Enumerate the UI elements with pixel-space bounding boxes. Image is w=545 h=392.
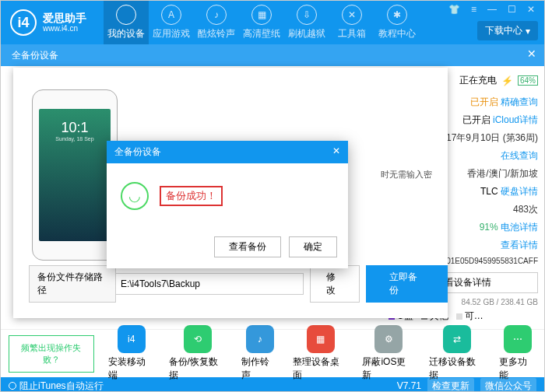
battery-detail-link[interactable]: 电池详情 [501, 222, 538, 233]
tab-bar: 全备份设备 ✕ [1, 44, 544, 66]
block-itunes-label[interactable]: 阻止iTunes自动运行 [19, 380, 104, 393]
success-message: 备份成功！ [160, 186, 223, 206]
disk-detail-link[interactable]: 硬盘详情 [501, 186, 538, 197]
nav-tools[interactable]: ✕工具箱 [329, 1, 374, 44]
phone-mockup: 10:1 Sunday, 18 Sep [32, 89, 118, 261]
radio-icon[interactable] [9, 382, 16, 390]
tab-close-icon[interactable]: ✕ [527, 47, 536, 60]
app-logo: i4 爱思助手 www.i4.cn [1, 9, 96, 36]
serial-link[interactable]: 查看详情 [501, 239, 538, 252]
action-backup-restore[interactable]: ⟲备份/恢复数据 [169, 325, 227, 382]
download-center-button[interactable]: 下载中心▾ [477, 21, 538, 40]
nav-apps[interactable]: A应用游戏 [149, 1, 194, 44]
battery-percent: 64% [518, 75, 538, 86]
tab-title: 全备份设备 [12, 49, 58, 62]
bell-icon: ♪ [206, 5, 227, 25]
tools-icon: ✕ [342, 5, 362, 25]
block-icon: ⚙ [374, 325, 403, 353]
warranty-link[interactable]: 在线查询 [501, 149, 538, 163]
app-url: www.i4.cn [43, 24, 86, 33]
ringtone-icon: ♪ [246, 325, 274, 353]
backup-icon: ⟲ [184, 325, 212, 353]
close-icon[interactable]: ✕ [524, 4, 538, 15]
dialog-close-icon[interactable]: ✕ [332, 145, 340, 159]
exact-query-link[interactable]: 精确查询 [501, 96, 538, 107]
migrate-icon: ⇄ [443, 325, 471, 353]
book-icon: ✱ [387, 5, 407, 25]
path-input[interactable]: E:\i4Tools7\Backup [116, 273, 304, 295]
chevron-down-icon: ▾ [526, 26, 530, 37]
view-backup-button[interactable]: 查看备份 [214, 236, 281, 257]
main-nav: 我的设备 A应用游戏 ♪酷炫铃声 ▦高清壁纸 ⇩刷机越狱 ✕工具箱 ✱教程中心 [104, 1, 420, 44]
install-icon: i4 [118, 325, 146, 353]
backup-now-button[interactable]: 立即备份 [366, 265, 448, 303]
smile-icon: ◡ [121, 182, 149, 210]
download-icon: ⇩ [297, 5, 317, 25]
fail-help-button[interactable]: 频繁出现操作失败？ [9, 335, 94, 373]
action-install-mobile[interactable]: i4安装移动端 [108, 325, 155, 382]
action-migrate[interactable]: ⇄迁移设备数据 [429, 325, 485, 382]
phone-date: Sunday, 18 Sep [39, 136, 111, 142]
dialog-title: 全备份设备 [114, 145, 161, 159]
more-icon: ⋯ [504, 325, 532, 353]
nav-my-device[interactable]: 我的设备 [104, 1, 149, 44]
bolt-icon: ⚡ [501, 75, 513, 86]
action-more[interactable]: ⋯更多功能 [499, 325, 536, 382]
modify-button[interactable]: 修改 [310, 265, 360, 303]
action-block-update[interactable]: ⚙屏蔽iOS更新 [362, 325, 415, 382]
settings-icon[interactable]: ≡ [468, 4, 480, 15]
action-ringtone[interactable]: ♪制作铃声 [241, 325, 279, 382]
nav-ringtones[interactable]: ♪酷炫铃声 [194, 1, 239, 44]
phone-time: 10:1 [39, 120, 111, 136]
charging-label: 正在充电 [459, 74, 497, 87]
wardrobe-icon[interactable]: 👕 [445, 4, 463, 15]
nav-flash[interactable]: ⇩刷机越狱 [284, 1, 329, 44]
minimize-icon[interactable]: — [484, 4, 500, 15]
apple-icon [116, 5, 136, 25]
success-dialog: 全备份设备 ✕ ◡ 备份成功！ 查看备份 确定 [107, 141, 348, 268]
version-label: V7.71 [397, 380, 421, 391]
note-suffix: 时无需输入密 [381, 169, 432, 180]
window-controls: 👕 ≡ — ☐ ✕ [445, 4, 538, 15]
grid-icon: ▦ [307, 325, 335, 353]
wechat-button[interactable]: 微信公众号 [480, 378, 536, 393]
bottom-actions: 频繁出现操作失败？ i4安装移动端 ⟲备份/恢复数据 ♪制作铃声 ▦整理设备桌面… [1, 329, 544, 377]
app-name: 爱思助手 [43, 12, 86, 25]
maximize-icon[interactable]: ☐ [505, 4, 519, 15]
path-label: 备份文件存储路径 [29, 265, 116, 303]
legend-free-icon [456, 313, 462, 320]
image-icon: ▦ [251, 5, 272, 25]
logo-icon: i4 [10, 9, 37, 36]
ok-button[interactable]: 确定 [289, 236, 337, 257]
apps-icon: A [161, 5, 181, 25]
action-organize[interactable]: ▦整理设备桌面 [293, 325, 349, 382]
check-update-button[interactable]: 检查更新 [427, 378, 474, 393]
nav-wallpaper[interactable]: ▦高清壁纸 [239, 1, 284, 44]
nav-tutorial[interactable]: ✱教程中心 [374, 1, 420, 44]
icloud-detail-link[interactable]: iCloud详情 [493, 114, 538, 125]
